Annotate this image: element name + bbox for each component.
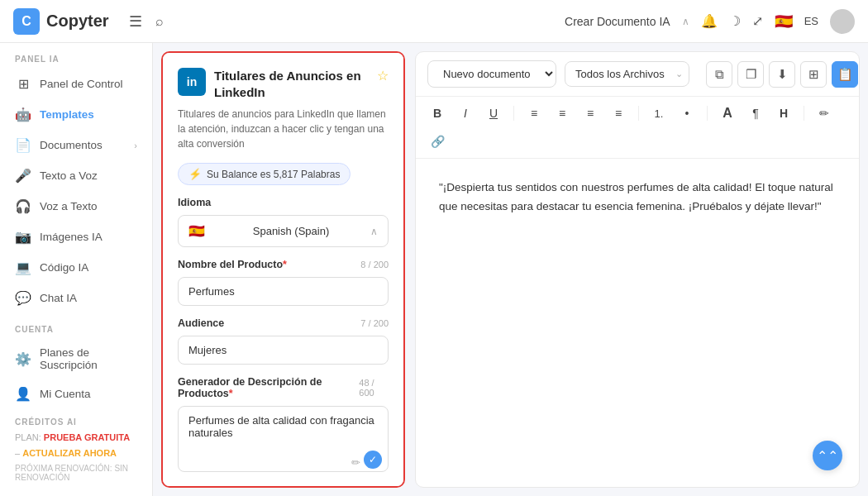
sidebar-item-templates[interactable]: 🤖 Templates <box>0 99 152 130</box>
sidebar-item-imagenes-ia[interactable]: 📷 Imágenes IA <box>0 222 152 252</box>
crear-documento-label[interactable]: Crear Documento IA <box>565 15 670 28</box>
star-icon[interactable]: ☆ <box>377 68 389 83</box>
sidebar-item-mi-cuenta[interactable]: 👤 Mi Cuenta <box>0 379 152 409</box>
nav-icons: ☰ ⌕ <box>129 12 164 31</box>
sidebar-item-label: Imágenes IA <box>40 231 103 243</box>
divider3 <box>707 106 708 121</box>
sidebar: PANEL IA ⊞ Panel de Control 🤖 Templates … <box>0 43 153 496</box>
paragraph-button[interactable]: ¶ <box>746 103 765 123</box>
headphone-icon: 🎧 <box>15 198 31 214</box>
sidebar-item-texto-a-voz[interactable]: 🎤 Texto a Voz <box>0 160 152 191</box>
sidebar-item-planes[interactable]: ⚙️ Planes de Suscripción <box>0 339 152 379</box>
sidebar-item-label: Chat IA <box>40 292 77 304</box>
creatividad-row: Creatividad i Baja Media Alta Tono de vo… <box>178 487 389 488</box>
form-title: Titulares de Anuncios en LinkedIn <box>214 68 369 100</box>
toolbar-icons: ⧉ ❐ ⬇ ⊞ 📋 <box>706 61 858 88</box>
grid-icon: ⊞ <box>15 76 31 92</box>
sidebar-bottom: CRÉDITOS AI PLAN: PRUEBA GRATUITA – ACTU… <box>0 409 152 490</box>
sidebar-item-label: Panel de Control <box>40 78 123 90</box>
share-doc-button[interactable]: ⊞ <box>800 61 827 88</box>
ai-icon: 🤖 <box>15 107 31 122</box>
editor-format-bar: B I U ≡ ≡ ≡ ≡ 1. • A ¶ H ✏ 🔗 <box>416 97 859 159</box>
crear-chevron-icon: ∧ <box>682 16 689 27</box>
panel-ia-label: PANEL IA <box>0 43 152 69</box>
bold-button[interactable]: B <box>427 103 447 123</box>
logo-box[interactable]: C Copyter <box>13 8 109 35</box>
editor-body[interactable]: "¡Despierta tus sentidos con nuestros pe… <box>416 159 859 487</box>
notification-icon[interactable]: 🔔 <box>701 13 718 29</box>
align-left-button[interactable]: ≡ <box>524 103 544 123</box>
align-justify-button[interactable]: ≡ <box>608 103 628 123</box>
renovacion-text: PRÓXIMA RENOVACIÓN: SIN RENOVACIÓN <box>15 464 137 482</box>
code-icon: 💻 <box>15 260 31 275</box>
lightning-icon: ⚡ <box>188 168 202 180</box>
ordered-list-button[interactable]: 1. <box>649 103 669 123</box>
sidebar-item-label: Texto a Voz <box>40 169 98 182</box>
todos-archivos-select[interactable]: Todos los Archivos <box>565 61 689 87</box>
descripcion-label: Generador de Descripción de Productos* 4… <box>178 376 389 399</box>
clipboard-doc-button[interactable]: 📋 <box>832 61 858 88</box>
sidebar-item-label: Mi Cuenta <box>40 388 91 400</box>
editor-panel: Nuevo documento Todos los Archivos ⌄ ⧉ ❐… <box>415 51 860 488</box>
app-title: Copyter <box>46 12 109 31</box>
avatar[interactable] <box>830 9 855 34</box>
duplicate-doc-button[interactable]: ❐ <box>737 61 764 88</box>
audience-input[interactable] <box>178 336 389 365</box>
navbar: C Copyter ☰ ⌕ Crear Documento IA ∧ 🔔 ☽ ⤢… <box>0 0 868 43</box>
mic-icon: 🎤 <box>15 168 31 184</box>
link-button[interactable]: 🔗 <box>427 131 447 151</box>
sidebar-item-label: Documentos <box>40 139 103 151</box>
plan-separator: – <box>15 448 22 458</box>
sidebar-item-chat-ia[interactable]: 💬 Chat IA <box>0 283 152 313</box>
nombre-req: * <box>283 259 287 270</box>
audience-char-count: 7 / 200 <box>360 318 389 328</box>
sidebar-item-voz-a-texto[interactable]: 🎧 Voz a Texto <box>0 191 152 222</box>
lang-code[interactable]: ES <box>804 15 818 27</box>
sidebar-item-documentos[interactable]: 📄 Documentos › <box>0 130 152 160</box>
sidebar-item-codigo-ia[interactable]: 💻 Código IA <box>0 252 152 283</box>
chevron-right-icon: › <box>134 141 137 150</box>
divider2 <box>638 106 639 121</box>
creatividad-label: Creatividad i <box>178 487 279 488</box>
brush-button[interactable]: ✏ <box>814 103 834 123</box>
heading-button[interactable]: H <box>774 103 794 123</box>
menu-icon[interactable]: ☰ <box>129 12 142 31</box>
audience-label: Audience 7 / 200 <box>178 317 389 329</box>
divider <box>513 106 514 121</box>
balance-badge: ⚡ Su Balance es 5,817 Palabras <box>178 163 351 185</box>
plan-action-button[interactable]: ACTUALIZAR AHORA <box>22 448 117 458</box>
download-doc-button[interactable]: ⬇ <box>769 61 795 88</box>
creditos-label: CRÉDITOS AI <box>15 417 137 430</box>
copy-doc-button[interactable]: ⧉ <box>706 61 732 88</box>
nombre-input[interactable] <box>178 277 389 306</box>
search-icon[interactable]: ⌕ <box>155 14 164 29</box>
unordered-list-button[interactable]: • <box>677 103 697 123</box>
underline-button[interactable]: U <box>484 103 503 123</box>
flag-es-icon: 🇪🇸 <box>775 12 793 31</box>
divider4 <box>804 106 804 121</box>
sidebar-item-label: Voz a Texto <box>40 200 98 212</box>
idioma-select[interactable]: 🇪🇸 Spanish (Spain) ∧ <box>178 215 389 247</box>
fullscreen-icon[interactable]: ⤢ <box>752 13 763 29</box>
sidebar-item-label: Templates <box>40 108 94 121</box>
nuevo-documento-select[interactable]: Nuevo documento <box>427 60 556 88</box>
plan-type: PRUEBA GRATUITA <box>44 432 130 442</box>
check-icon[interactable]: ✓ <box>364 451 382 469</box>
align-right-button[interactable]: ≡ <box>580 103 600 123</box>
scroll-to-top-button[interactable]: ⌃⌃ <box>813 441 842 470</box>
dark-mode-icon[interactable]: ☽ <box>729 13 741 29</box>
descripcion-req: * <box>229 388 233 399</box>
plan-info: PLAN: PRUEBA GRATUITA – ACTUALIZAR AHORA <box>15 430 137 460</box>
tono-label: Tono de voz i <box>289 487 389 488</box>
tono-col: Tono de voz i Formal Casual Amigable Pro… <box>289 487 389 488</box>
creatividad-col: Creatividad i Baja Media Alta <box>178 487 279 488</box>
logo-icon: C <box>13 8 40 35</box>
balance-text: Su Balance es 5,817 Palabras <box>207 169 340 180</box>
user-icon: 👤 <box>15 386 31 402</box>
sidebar-item-panel-control[interactable]: ⊞ Panel de Control <box>0 69 152 99</box>
descripcion-wrapper: ✏ ✓ <box>178 406 389 475</box>
italic-button[interactable]: I <box>455 103 475 123</box>
font-size-button[interactable]: A <box>718 103 737 123</box>
pen-icon[interactable]: ✏ <box>351 456 360 469</box>
align-center-button[interactable]: ≡ <box>552 103 572 123</box>
